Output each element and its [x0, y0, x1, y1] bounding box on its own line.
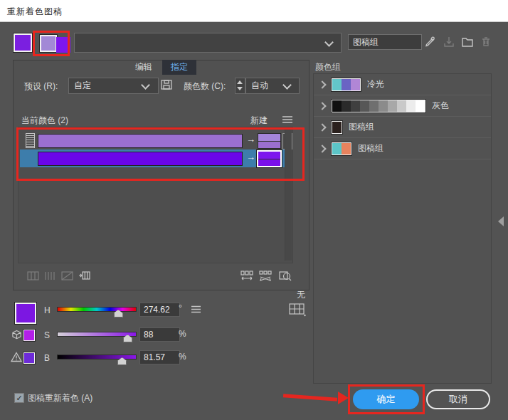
merge-colors-icon[interactable] — [27, 271, 39, 281]
trash-icon[interactable] — [480, 36, 492, 48]
recolor-art-checkbox-label: 图稿重新着色 (A) — [28, 392, 92, 404]
brightness-slider[interactable] — [57, 355, 137, 359]
recolor-art-checkbox[interactable]: ✓ — [14, 393, 24, 403]
group-swatch — [342, 100, 351, 112]
stepper-up-icon[interactable] — [237, 80, 243, 84]
active-color-swatch[interactable] — [14, 33, 32, 52]
tab-assign[interactable]: 指定 — [162, 60, 196, 75]
separate-colors-icon[interactable] — [44, 271, 56, 281]
web-safe-color-chip[interactable] — [23, 330, 35, 341]
brightness-label: B — [44, 353, 50, 363]
group-swatch — [369, 100, 379, 112]
selected-color-swatch[interactable] — [15, 303, 36, 324]
saturation-value-input[interactable]: 88 — [139, 327, 180, 342]
new-color-button[interactable]: 新建 — [250, 115, 268, 127]
saturation-label: S — [44, 330, 50, 340]
hue-unit: ° — [179, 303, 182, 313]
randomize-order-icon[interactable] — [259, 270, 272, 282]
save-preset-icon[interactable] — [160, 79, 173, 90]
chevron-down-icon — [324, 38, 334, 47]
group-name-input[interactable]: 图稿组 — [348, 34, 422, 50]
saturation-slider[interactable] — [57, 332, 137, 337]
group-swatch-strip[interactable] — [332, 121, 342, 134]
limit-library-none-label: 无 — [297, 289, 305, 301]
group-swatch — [351, 79, 360, 90]
window-title: 重新着色图稿 — [7, 6, 63, 18]
color-group-preview-dropdown[interactable] — [74, 33, 342, 53]
tab-edit[interactable]: 编辑 — [127, 60, 161, 75]
find-color-icon[interactable] — [279, 270, 292, 282]
group-label: 图稿组 — [358, 142, 383, 154]
group-swatch — [397, 100, 406, 112]
save-group-icon[interactable] — [443, 36, 455, 48]
annotation-box-color-rows — [16, 127, 305, 181]
group-swatch — [332, 122, 342, 133]
brightness-slider-thumb[interactable] — [117, 357, 127, 365]
group-swatch — [332, 143, 342, 154]
stepper-down-icon[interactable] — [237, 87, 243, 90]
harmony-link-icon[interactable] — [240, 270, 254, 282]
cancel-button[interactable]: 取消 — [426, 389, 490, 409]
current-colors-header: 当前颜色 (2) — [21, 115, 68, 127]
eyedropper-icon[interactable] — [423, 36, 436, 48]
color-group-row[interactable]: 灰色 — [314, 95, 491, 117]
group-swatch-strip[interactable] — [332, 100, 425, 112]
web-safe-cube-icon[interactable] — [11, 330, 22, 341]
group-swatch-strip[interactable] — [332, 142, 351, 155]
group-swatch — [351, 100, 360, 112]
color-count-label: 颜色数 (C): — [184, 80, 226, 93]
group-label: 灰色 — [432, 100, 449, 112]
gamut-color-chip[interactable] — [23, 352, 35, 364]
color-group-row[interactable]: 图稿组 — [314, 138, 491, 159]
group-label: 冷光 — [367, 78, 384, 90]
group-swatch — [379, 100, 388, 112]
annotation-box-swatches — [33, 31, 70, 56]
color-group-row[interactable]: 冷光 — [314, 74, 491, 95]
annotation-box-ok — [348, 384, 425, 414]
group-swatch — [406, 100, 416, 112]
color-groups-header: 颜色组 — [315, 61, 341, 73]
saturation-unit: % — [179, 329, 186, 339]
hue-slider-thumb[interactable] — [114, 310, 123, 317]
hue-value-input[interactable]: 274.62 — [139, 303, 180, 317]
color-count-stepper[interactable] — [235, 78, 245, 94]
saturation-slider-thumb[interactable] — [123, 335, 132, 342]
annotation-arrow — [283, 390, 349, 406]
recolor-artwork-dialog: 重新着色图稿 图稿组 编辑 指定 预设 (R): 自定 — [0, 0, 508, 420]
brightness-value-input[interactable]: 81.57 — [139, 350, 180, 364]
group-swatch-strip[interactable] — [332, 78, 361, 91]
folder-icon[interactable] — [461, 36, 474, 48]
new-row-icon[interactable] — [78, 270, 91, 281]
group-swatch — [388, 100, 397, 112]
color-group-row[interactable]: 图稿组 — [314, 117, 491, 138]
limit-library-icon[interactable] — [289, 303, 306, 317]
hsb-menu-icon[interactable] — [191, 305, 201, 313]
preset-label: 预设 (R): — [24, 80, 58, 93]
group-swatch — [360, 100, 369, 112]
group-swatch — [342, 143, 351, 154]
group-swatch — [332, 79, 342, 90]
expand-group-chevron-icon[interactable] — [318, 80, 326, 88]
brightness-unit: % — [179, 352, 186, 362]
expand-group-chevron-icon[interactable] — [318, 102, 326, 110]
gamut-warning-icon[interactable] — [11, 352, 22, 362]
expand-group-chevron-icon[interactable] — [318, 123, 326, 131]
group-swatch — [416, 100, 425, 112]
hue-slider[interactable] — [57, 307, 137, 312]
window-titlebar: 重新着色图稿 — [0, 0, 508, 22]
color-count-select[interactable]: 自动 — [245, 78, 300, 94]
hue-label: H — [44, 305, 51, 315]
expand-group-chevron-icon[interactable] — [318, 145, 326, 152]
group-swatch — [342, 79, 351, 90]
group-label: 图稿组 — [349, 121, 374, 133]
menu-icon[interactable] — [282, 115, 293, 124]
color-groups-list: 冷光灰色图稿组图稿组 — [313, 73, 492, 384]
collapse-panel-icon[interactable] — [498, 216, 504, 226]
exclude-colors-icon[interactable] — [61, 271, 73, 281]
group-swatch — [332, 100, 342, 112]
